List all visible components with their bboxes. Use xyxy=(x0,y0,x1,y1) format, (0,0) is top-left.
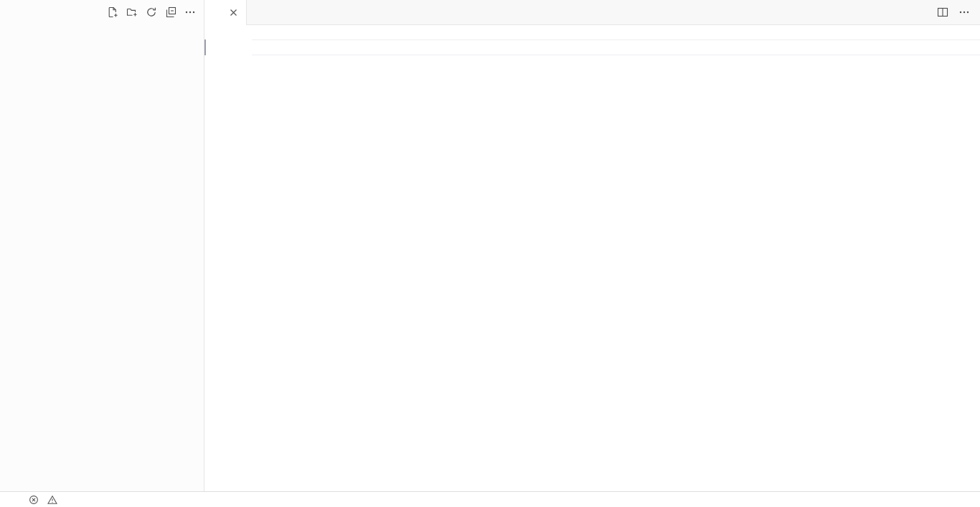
split-editor-button[interactable] xyxy=(937,6,948,18)
workbench xyxy=(0,0,980,491)
tab-psql-go[interactable] xyxy=(204,0,247,25)
close-icon[interactable] xyxy=(228,7,239,18)
problems-indicator[interactable] xyxy=(29,495,60,505)
text-cursor xyxy=(204,39,206,55)
overview-ruler-mark xyxy=(970,39,980,42)
error-icon xyxy=(29,495,39,505)
file-tree xyxy=(0,24,204,491)
explorer-actions xyxy=(106,6,197,19)
split-editor-icon xyxy=(937,6,948,18)
new-file-button[interactable] xyxy=(106,6,119,19)
remote-indicator[interactable] xyxy=(0,492,22,507)
ellipsis-icon xyxy=(958,6,970,18)
new-file-icon xyxy=(107,6,118,18)
explorer-header xyxy=(0,0,204,24)
tab-bar xyxy=(204,0,980,25)
remote-icon xyxy=(5,494,17,506)
refresh-explorer-button[interactable] xyxy=(145,6,158,19)
breadcrumb xyxy=(204,25,980,39)
explorer-sidebar xyxy=(0,0,204,491)
ellipsis-icon xyxy=(184,6,196,18)
editor-more-actions-button[interactable] xyxy=(958,6,970,18)
more-actions-button[interactable] xyxy=(184,6,197,19)
warning-icon xyxy=(47,495,57,505)
new-folder-icon xyxy=(126,6,138,18)
editor-actions xyxy=(937,0,980,24)
collapse-folders-button[interactable] xyxy=(164,6,177,19)
editor-group xyxy=(204,0,980,491)
collapse-all-icon xyxy=(165,6,176,18)
current-line-highlight xyxy=(252,39,980,55)
new-folder-button[interactable] xyxy=(126,6,138,19)
status-bar xyxy=(0,491,980,507)
refresh-icon xyxy=(146,6,157,18)
code-editor[interactable] xyxy=(204,39,980,491)
